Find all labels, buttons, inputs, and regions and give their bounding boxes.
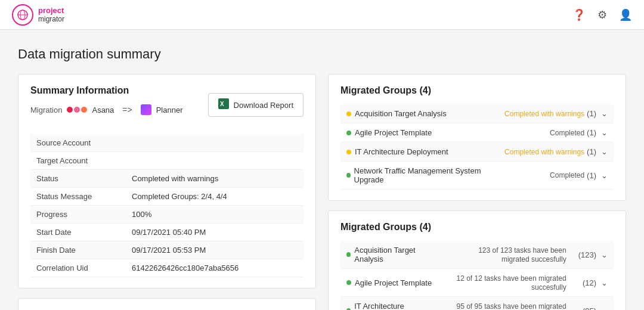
group-status: Completed bbox=[550, 129, 584, 137]
list-item: IT Architecture Deployment Completed wit… bbox=[340, 142, 614, 162]
asana-dots bbox=[67, 107, 87, 113]
group-count: (1) bbox=[587, 128, 596, 137]
planner-logo bbox=[141, 104, 151, 115]
migrated-groups-title-2: Migrated Groups (4) bbox=[340, 222, 614, 232]
list-item: Agile Project Template Completed (1) ⌄ bbox=[340, 123, 614, 142]
group-count: (95) bbox=[583, 306, 596, 311]
group-name: Network Traffic Management System Upgrad… bbox=[354, 166, 485, 184]
account-icon[interactable]: 👤 bbox=[619, 8, 632, 21]
row-value: 09/17/2021 05:53 PM bbox=[126, 241, 304, 259]
group-count: (1) bbox=[587, 109, 596, 118]
asana-dot-orange bbox=[81, 107, 87, 113]
migration-row: Migration Asana => bbox=[30, 104, 183, 115]
page-title: Data migration summary bbox=[18, 46, 626, 62]
summary-table: Source Account Target Account Status Com… bbox=[30, 134, 304, 277]
card-title-area: Summary Information Migration Asana bbox=[30, 85, 183, 125]
chevron-right-icon[interactable]: ⌄ bbox=[601, 278, 608, 287]
group-count: (1) bbox=[587, 147, 596, 156]
group-name: Agile Project Template bbox=[355, 278, 432, 287]
excel-icon: X bbox=[218, 98, 229, 111]
table-row: Source Account bbox=[30, 134, 304, 152]
logo: project migrator bbox=[12, 4, 64, 26]
chevron-right-icon[interactable]: ⌄ bbox=[601, 128, 608, 137]
chevron-right-icon[interactable]: ⌄ bbox=[601, 147, 608, 156]
table-row: Correlation Uid 61422626426cc180e7aba565… bbox=[30, 259, 304, 277]
migrated-groups-card-2: Migrated Groups (4) Acquisition Target A… bbox=[328, 210, 626, 310]
migrated-groups-title-1: Migrated Groups (4) bbox=[340, 85, 614, 96]
status-dot bbox=[346, 150, 351, 154]
chevron-right-icon[interactable]: ⌄ bbox=[601, 306, 608, 311]
summary-header: Summary Information Migration Asana bbox=[30, 85, 304, 125]
asana-dot-pink bbox=[74, 107, 80, 113]
group-name-cell: Acquisition Target Analysis bbox=[340, 241, 444, 269]
header-actions: ❓ ⚙ 👤 bbox=[572, 8, 632, 21]
group-name-cell: Network Traffic Management System Upgrad… bbox=[340, 162, 491, 190]
chevron-right-icon[interactable]: ⌄ bbox=[601, 171, 608, 180]
asana-label: Asana bbox=[92, 106, 114, 114]
tasks-text: 123 of 123 tasks have been migrated succ… bbox=[478, 246, 566, 264]
arrow-icon: => bbox=[122, 105, 132, 114]
logo-text: project migrator bbox=[38, 6, 64, 24]
group-status: Completed with warnings bbox=[504, 110, 584, 118]
row-label: Progress bbox=[30, 206, 126, 224]
help-icon[interactable]: ❓ bbox=[572, 8, 586, 21]
chevron-right-icon[interactable]: ⌄ bbox=[601, 109, 608, 118]
group-name-cell: Acquisition Target Analysis bbox=[340, 104, 491, 123]
group-name: IT Architecture Deployment bbox=[354, 302, 438, 310]
row-value: Completed with warnings bbox=[126, 170, 304, 188]
main-content: Data migration summary Summary Informati… bbox=[0, 30, 644, 310]
group-status-cell: Completed with warnings (1) ⌄ bbox=[491, 104, 614, 123]
group-status: Completed with warnings bbox=[504, 148, 584, 156]
migrated-groups-card-1: Migrated Groups (4) Acquisition Target A… bbox=[328, 74, 626, 201]
row-label: Target Account bbox=[30, 152, 126, 170]
settings-icon[interactable]: ⚙ bbox=[597, 8, 607, 21]
summary-title: Summary Information bbox=[30, 85, 183, 96]
planner-icon: Planner bbox=[141, 104, 183, 115]
list-item: Agile Project Template 12 of 12 tasks ha… bbox=[340, 269, 614, 297]
group-count: (123) bbox=[578, 250, 596, 259]
table-row: Status Message Completed Groups: 2/4, 4/… bbox=[30, 188, 304, 206]
list-item: Acquisition Target Analysis 123 of 123 t… bbox=[340, 241, 614, 269]
row-label: Correlation Uid bbox=[30, 259, 126, 277]
row-label: Start Date bbox=[30, 224, 126, 241]
groups-table-2: Acquisition Target Analysis 123 of 123 t… bbox=[340, 241, 614, 310]
status-dot bbox=[346, 173, 351, 178]
chevron-right-icon[interactable]: ⌄ bbox=[601, 250, 608, 259]
download-report-button[interactable]: X Download Report bbox=[208, 93, 304, 117]
row-value: 61422626426cc180e7aba5656 bbox=[126, 259, 304, 277]
header: project migrator ❓ ⚙ 👤 bbox=[0, 0, 644, 30]
group-name: Acquisition Target Analysis bbox=[355, 109, 447, 118]
row-value bbox=[126, 152, 304, 170]
logo-migrator: migrator bbox=[38, 15, 64, 23]
settings-card[interactable]: Migration Settings and Mapping ⌄ bbox=[18, 298, 316, 310]
table-row: Status Completed with warnings bbox=[30, 170, 304, 188]
row-value: Completed Groups: 2/4, 4/4 bbox=[126, 188, 304, 206]
list-item: Network Traffic Management System Upgrad… bbox=[340, 162, 614, 190]
tasks-text: 95 of 95 tasks have been migrated succes… bbox=[457, 302, 566, 310]
logo-icon bbox=[12, 4, 33, 26]
planner-label: Planner bbox=[156, 106, 183, 114]
group-name: Agile Project Template bbox=[355, 128, 432, 137]
row-value bbox=[126, 134, 304, 152]
summary-card: Summary Information Migration Asana bbox=[18, 74, 316, 289]
group-status: Completed bbox=[550, 171, 584, 179]
group-count: (12) bbox=[583, 278, 596, 287]
group-name-cell: IT Architecture Deployment bbox=[340, 142, 491, 162]
left-column: Summary Information Migration Asana bbox=[18, 74, 316, 310]
table-row: Progress 100% bbox=[30, 206, 304, 224]
right-column: Migrated Groups (4) Acquisition Target A… bbox=[328, 74, 626, 310]
tasks-text-cell: 95 of 95 tasks have been migrated succes… bbox=[444, 297, 572, 311]
status-dot bbox=[346, 111, 351, 116]
tasks-text-cell: 12 of 12 tasks have been migrated succes… bbox=[444, 269, 572, 297]
asana-icon: Asana bbox=[67, 106, 114, 114]
download-label: Download Report bbox=[234, 101, 293, 110]
row-label: Status Message bbox=[30, 188, 126, 206]
groups-table-1: Acquisition Target Analysis Completed wi… bbox=[340, 104, 614, 190]
row-value: 09/17/2021 05:40 PM bbox=[126, 224, 304, 241]
group-name-cell: IT Architecture Deployment bbox=[340, 297, 444, 311]
status-dot bbox=[346, 131, 351, 135]
group-status-cell: Completed (1) ⌄ bbox=[491, 162, 614, 190]
tasks-text-cell: 123 of 123 tasks have been migrated succ… bbox=[444, 241, 572, 269]
tasks-text: 12 of 12 tasks have been migrated succes… bbox=[457, 274, 566, 292]
row-label: Source Account bbox=[30, 134, 126, 152]
